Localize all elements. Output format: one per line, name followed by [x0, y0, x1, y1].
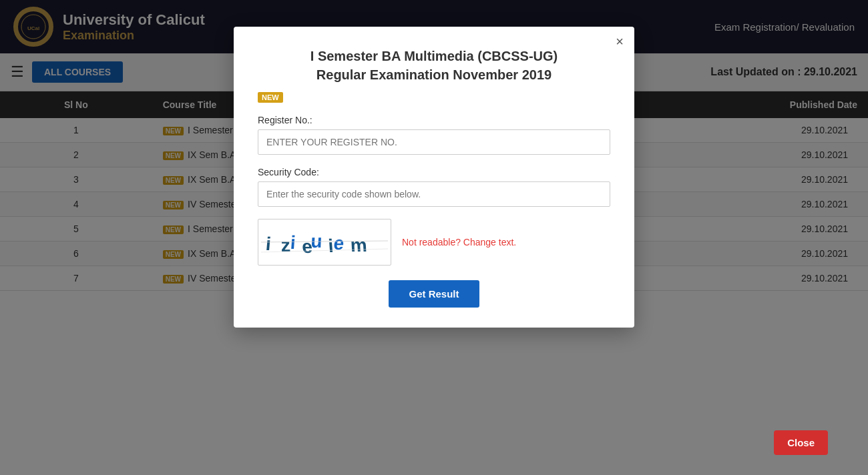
register-label: Register No.: — [258, 115, 610, 125]
captcha-row: i z i e u i e m Not readable? Change tex… — [258, 219, 610, 266]
captcha-image: i z i e u i e m — [258, 219, 391, 266]
svg-text:u: u — [310, 231, 323, 252]
modal-title: I Semester BA Multimedia (CBCSS-UG) Regu… — [258, 47, 610, 84]
get-result-button[interactable]: Get Result — [389, 280, 479, 308]
result-modal: × I Semester BA Multimedia (CBCSS-UG) Re… — [234, 27, 634, 328]
security-input[interactable] — [258, 181, 610, 207]
modal-close-button[interactable]: × — [616, 35, 624, 48]
close-bottom-button[interactable]: Close — [774, 430, 828, 455]
security-label: Security Code: — [258, 167, 610, 177]
svg-text:m: m — [350, 235, 368, 256]
register-input[interactable] — [258, 129, 610, 155]
change-captcha-link[interactable]: Not readable? Change text. — [402, 237, 516, 248]
modal-overlay: × I Semester BA Multimedia (CBCSS-UG) Re… — [0, 0, 868, 475]
modal-new-badge: NEW — [258, 92, 283, 103]
